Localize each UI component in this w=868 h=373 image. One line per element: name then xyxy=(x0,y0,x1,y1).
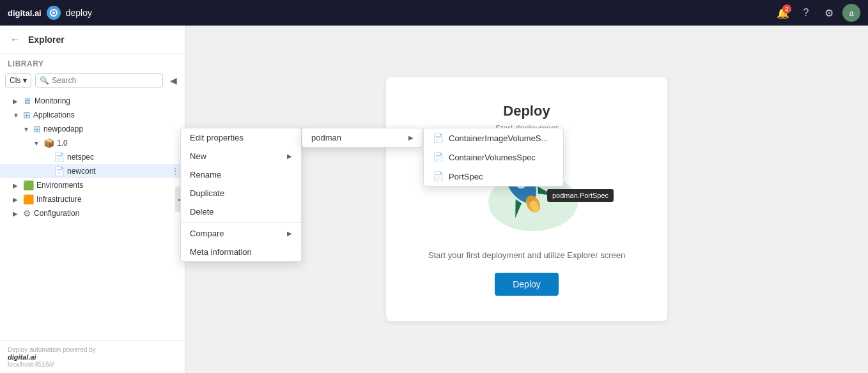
spec-label-1: ContainerVolumesSpec xyxy=(449,153,536,162)
settings-button[interactable]: ⚙ xyxy=(819,3,839,22)
notifications-button[interactable]: 🔔 2 xyxy=(773,3,793,22)
footer-logo: digital.ai xyxy=(8,353,177,361)
spec-item-container-image[interactable]: 📄 ContainerImageVolumeS... xyxy=(424,128,563,148)
chevron-icon: ▶ xyxy=(13,210,20,217)
navbar-icons: 🔔 2 ? ⚙ a xyxy=(773,3,860,22)
footer-text: Deploy automation powered by xyxy=(8,346,177,353)
netspec-icon: 📄 xyxy=(54,152,65,162)
environments-icon: 🟩 xyxy=(23,180,34,190)
ctx-new-arrow-icon: ▶ xyxy=(287,153,292,160)
ctx-meta-label: Meta information xyxy=(190,247,252,257)
cls-dropdown[interactable]: Cls ▾ xyxy=(5,73,31,88)
spec-label-2: PortSpec xyxy=(449,172,483,181)
search-input[interactable] xyxy=(52,76,159,85)
tree-label-environments: Environments xyxy=(36,181,180,190)
newpodapp-icon: ⊞ xyxy=(33,124,41,134)
spec-icon-2: 📄 xyxy=(433,171,444,181)
tree-item-netspec[interactable]: ▶ 📄 netspec xyxy=(0,150,185,164)
spec-item-portspec[interactable]: 📄 PortSpec xyxy=(424,167,563,186)
spec-icon-0: 📄 xyxy=(433,133,444,143)
submenu-podman-arrow-icon: ▶ xyxy=(408,134,414,141)
context-menu: Edit properties New ▶ Rename Duplicate D… xyxy=(180,128,302,262)
ctx-compare-label: Compare xyxy=(190,229,224,238)
sidebar: ← Explorer Library Cls ▾ 🔍 ◀ ▶ 🖥 Monitor… xyxy=(0,26,185,373)
chevron-icon: ▶ xyxy=(13,98,20,105)
svg-point-1 xyxy=(52,11,55,14)
library-label: Library xyxy=(0,54,185,71)
sidebar-title: Explorer xyxy=(28,34,65,45)
spec-label-0: ContainerImageVolumeS... xyxy=(449,133,548,143)
ctx-delete[interactable]: Delete xyxy=(181,202,301,221)
cls-chevron-icon: ▾ xyxy=(23,76,27,85)
search-icon: 🔍 xyxy=(40,76,49,85)
back-button[interactable]: ← xyxy=(8,32,23,47)
monitor-icon: 🖥 xyxy=(23,96,32,106)
ctx-rename-label: Rename xyxy=(190,170,221,179)
tree-item-applications[interactable]: ▼ ⊞ Applications xyxy=(0,108,185,122)
tree-item-infrastructure[interactable]: ▶ 🟧 Infrastructure xyxy=(0,192,185,206)
infrastructure-icon: 🟧 xyxy=(23,194,34,204)
footer-url: localhost:4516/# xyxy=(8,361,177,368)
avatar-button[interactable]: a xyxy=(842,4,860,22)
logo-circle xyxy=(47,6,61,20)
chevron-icon: ▶ xyxy=(13,182,20,189)
tree-item-newpodapp[interactable]: ▼ ⊞ newpodapp xyxy=(0,122,185,136)
ctx-new-label: New xyxy=(190,151,206,161)
ctx-edit-properties[interactable]: Edit properties xyxy=(181,128,301,147)
tree-item-version[interactable]: ▼ 📦 1.0 xyxy=(0,136,185,150)
deploy-card-title: Deploy xyxy=(424,103,629,119)
navbar: digital.ai deploy 🔔 2 ? ⚙ a xyxy=(0,0,868,26)
tree-label-newcont: newcont xyxy=(67,167,168,176)
chevron-icon: ▼ xyxy=(13,112,20,119)
newcont-icon: 📄 xyxy=(54,166,65,176)
tree-item-environments[interactable]: ▶ 🟩 Environments xyxy=(0,178,185,192)
ctx-compare-arrow-icon: ▶ xyxy=(287,230,292,237)
sidebar-footer: Deploy automation powered by digital.ai … xyxy=(0,340,185,373)
sidebar-header: ← Explorer xyxy=(0,26,185,54)
ctx-duplicate[interactable]: Duplicate xyxy=(181,184,301,202)
brand-deploy-text: deploy xyxy=(66,8,92,18)
ctx-rename[interactable]: Rename xyxy=(181,165,301,184)
ctx-meta-information[interactable]: Meta information xyxy=(181,243,301,261)
spec-icon-1: 📄 xyxy=(433,152,444,162)
submenu-podman: podman ▶ xyxy=(302,128,423,148)
tree-label-infrastructure: Infrastructure xyxy=(36,195,180,204)
ctx-delete-label: Delete xyxy=(190,207,214,217)
ctx-separator xyxy=(181,222,301,223)
collapse-button[interactable]: ◀ xyxy=(167,74,180,87)
deploy-card: Deploy Start deployment xyxy=(386,77,667,321)
tree-label-version: 1.0 xyxy=(57,139,180,148)
search-box: 🔍 xyxy=(35,73,163,88)
tree-label-applications: Applications xyxy=(33,110,180,119)
search-filter-row: Cls ▾ 🔍 ◀ xyxy=(0,71,185,91)
submenu-podman-item[interactable]: podman ▶ xyxy=(302,128,422,147)
deploy-button[interactable]: Deploy xyxy=(495,273,559,296)
version-icon: 📦 xyxy=(43,138,54,148)
chevron-icon: ▼ xyxy=(33,140,41,147)
three-dot-menu[interactable]: ⋮ xyxy=(171,166,180,176)
chevron-icon: ▶ xyxy=(13,196,20,203)
help-button[interactable]: ? xyxy=(796,3,816,22)
cls-label: Cls xyxy=(10,76,20,85)
tree-label-newpodapp: newpodapp xyxy=(43,125,180,133)
tree-label-configuration: Configuration xyxy=(34,209,180,218)
ctx-new[interactable]: New ▶ xyxy=(181,147,301,165)
applications-icon: ⊞ xyxy=(23,110,31,120)
spec-item-container-volumes[interactable]: 📄 ContainerVolumesSpec xyxy=(424,148,563,167)
tree-item-newcont[interactable]: ▶ 📄 newcont ⋮ xyxy=(0,164,185,178)
notification-badge: 2 xyxy=(782,4,791,13)
brand: digital.ai deploy xyxy=(8,6,92,20)
ctx-compare[interactable]: Compare ▶ xyxy=(181,224,301,243)
brand-logo-text: digital.ai xyxy=(8,8,42,18)
ctx-edit-label: Edit properties xyxy=(190,133,244,142)
deploy-card-desc: Start your first deployment and utilize … xyxy=(424,250,629,260)
submenu-podman-label: podman xyxy=(311,133,341,142)
tree-label-monitoring: Monitoring xyxy=(35,96,180,105)
tree-item-monitoring[interactable]: ▶ 🖥 Monitoring xyxy=(0,94,185,108)
submenu-specs: 📄 ContainerImageVolumeS... 📄 ContainerVo… xyxy=(423,128,564,187)
tooltip: podman.PortSpec xyxy=(547,189,614,202)
tree-item-configuration[interactable]: ▶ ⚙ Configuration xyxy=(0,206,185,220)
ctx-duplicate-label: Duplicate xyxy=(190,188,224,198)
main-layout: ← Explorer Library Cls ▾ 🔍 ◀ ▶ 🖥 Monitor… xyxy=(0,26,868,373)
tree-container: ▶ 🖥 Monitoring ▼ ⊞ Applications ▼ ⊞ newp… xyxy=(0,91,185,340)
